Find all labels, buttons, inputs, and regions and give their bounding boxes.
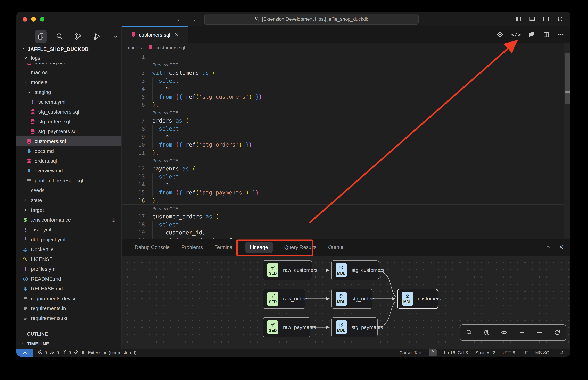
status-warning[interactable]: 0 [50, 350, 59, 356]
line-number: 3 [122, 77, 145, 85]
tree-item-schema-yml[interactable]: !schema.yml [17, 97, 122, 107]
layout-split-icon[interactable] [543, 16, 549, 23]
status-bell-icon[interactable] [559, 350, 564, 356]
status-dbt[interactable]: dbt Extension (unregistered) [74, 350, 136, 356]
status-error[interactable]: 0 [38, 350, 47, 356]
tab-customers-sql[interactable]: customers.sql ✕ [122, 26, 188, 43]
tree-item-stg-orders-sql[interactable]: stg_orders.sql [17, 117, 122, 127]
tree-item-logs[interactable]: logs [17, 53, 122, 63]
activity-chevron-down-icon[interactable] [110, 30, 122, 43]
tree-item-requirements-in[interactable]: requirements.in [17, 304, 122, 313]
lineage-toolbar-zoom-out-icon[interactable] [531, 325, 549, 340]
tree-item-orders-sql[interactable]: orders.sql [17, 156, 122, 166]
tree-item-print-full-refresh-sql-[interactable]: print_full_refresh._sql_ [17, 176, 122, 186]
tree-item-dockerfile[interactable]: Dockerfile [17, 245, 122, 254]
breadcrumb-models[interactable]: models [126, 45, 142, 51]
lineage-node-stg_customers[interactable]: MDLstg_customers [331, 260, 379, 280]
tree-item-license[interactable]: LICENSE [17, 254, 122, 264]
minimize-window-button[interactable] [31, 17, 36, 21]
tree-item-readme-md[interactable]: README.md [17, 274, 122, 284]
timeline-section-header[interactable]: TIMELINE [17, 339, 122, 349]
activity-source-control-icon[interactable] [72, 30, 84, 43]
lineage-toolbar-eye-icon[interactable] [495, 325, 513, 340]
code-line-3: 3 select [122, 77, 570, 85]
lineage-toolbar-zoom-in-icon[interactable] [513, 325, 531, 340]
lineage-graph[interactable]: SEDraw_customersMDLstg_customersSEDraw_o… [122, 256, 570, 349]
tree-item-dbt-project-yml[interactable]: !dbt_project.yml [17, 235, 122, 245]
editor-scrollbar[interactable] [564, 43, 570, 239]
tree-item-docs-md[interactable]: docs.md [17, 146, 122, 156]
lineage-node-customers[interactable]: MDLcustomers [397, 289, 438, 309]
scrollbar-thumb[interactable] [565, 53, 570, 104]
tree-item-stg-customers-sql[interactable]: stg_customers.sql [17, 107, 122, 117]
tree-item-customers-sql[interactable]: customers.sql [17, 136, 122, 146]
lineage-toolbar-aperture-icon[interactable] [478, 325, 496, 340]
panel-tab-problems[interactable]: Problems [182, 244, 203, 250]
close-window-button[interactable] [23, 17, 27, 21]
tree-item-query-log-sql[interactable]: query_log.sql [17, 63, 122, 68]
codelens-preview-cte[interactable]: Preview CTE [122, 205, 570, 213]
activity-search-icon[interactable] [54, 30, 65, 43]
tree-item-macros[interactable]: macros [17, 68, 122, 77]
tree-item-requirements-txt[interactable]: requirements.txt [17, 313, 122, 323]
gear-icon[interactable] [556, 16, 563, 23]
status-ln-16-col-3[interactable]: Ln 16, Col 3 [444, 350, 468, 355]
table-copy-icon[interactable] [528, 31, 535, 38]
tree-item-release-md[interactable]: RELEASE.md [17, 284, 122, 294]
maximize-window-button[interactable] [40, 17, 44, 21]
panel-tab-lineage[interactable]: Lineage [245, 242, 273, 253]
lineage-node-raw_payments[interactable]: SEDraw_payments [263, 317, 310, 337]
panel-tab-terminal[interactable]: Terminal [215, 244, 234, 250]
status-ms-sql[interactable]: MS SQL [535, 350, 552, 355]
lineage-node-stg_orders[interactable]: MDLstg_orders [331, 289, 372, 309]
status-utf-8[interactable]: UTF-8 [503, 350, 515, 355]
tree-item-stg-payments-sql[interactable]: stg_payments.sql [17, 127, 122, 136]
lineage-node-raw_orders[interactable]: SEDraw_orders [263, 289, 305, 309]
layout-panel-icon[interactable] [529, 16, 536, 23]
layout-sidebar-icon[interactable] [515, 16, 522, 23]
tree-item-target[interactable]: target [17, 205, 122, 215]
tree-item-seeds[interactable]: seeds [17, 186, 122, 195]
status-cursor-tab[interactable]: Cursor Tab [400, 350, 421, 355]
lineage-node-stg_payments[interactable]: MDLstg_payments [331, 317, 378, 337]
activity-debug-icon[interactable] [91, 30, 103, 43]
tree-item--user-yml[interactable]: !.user.yml [17, 225, 122, 235]
status-tower[interactable]: 0 [62, 350, 71, 356]
tree-item-staging[interactable]: staging [17, 87, 122, 97]
tree-item-state[interactable]: state [17, 195, 122, 205]
tree-item-models[interactable]: models [17, 77, 122, 87]
status-lf[interactable]: LF [523, 350, 528, 355]
tree-item-requirements-dev-txt[interactable]: requirements-dev.txt [17, 294, 122, 304]
status-spaces-2[interactable]: Spaces: 2 [475, 350, 495, 355]
panel-tab-debug-console[interactable]: Debug Console [135, 244, 170, 250]
panel-tab-query-results[interactable]: Query Results [284, 244, 316, 250]
command-center-search[interactable]: [Extension Development Host] jaffle_shop… [204, 14, 419, 25]
code-editor[interactable]: 1Preview CTE2with customers as (3 select… [122, 53, 570, 239]
codelens-preview-cte[interactable]: Preview CTE [122, 157, 570, 165]
remote-indicator[interactable]: >< [17, 349, 33, 357]
forward-arrow-icon[interactable]: → [190, 15, 196, 23]
explorer-section-header[interactable]: JAFFLE_SHOP_DUCKDB [20, 45, 89, 54]
panel-tab-output[interactable]: Output [328, 244, 343, 250]
lineage-node-raw_customers[interactable]: SEDraw_customers [263, 260, 312, 280]
codelens-preview-cte[interactable]: Preview CTE [122, 61, 570, 69]
tree-item--env-conformance[interactable]: $.env.conformance⊘ [17, 215, 122, 225]
close-tab-icon[interactable]: ✕ [175, 32, 179, 38]
lineage-toolbar-refresh-icon[interactable] [548, 325, 566, 340]
split-editor-icon[interactable] [543, 31, 550, 38]
tree-item-profiles-yml[interactable]: !profiles.yml [17, 264, 122, 274]
outline-section-header[interactable]: OUTLINE [17, 329, 122, 339]
breadcrumb-file[interactable]: customers.sql [156, 45, 185, 51]
status-zoom-in-icon[interactable] [428, 349, 437, 356]
close-panel-icon[interactable]: ✕ [559, 244, 564, 251]
lineage-toolbar-search-icon[interactable] [460, 325, 478, 340]
codelens-preview-cte[interactable]: Preview CTE [122, 109, 570, 117]
tree-item-overview-md[interactable]: overview.md [17, 166, 122, 176]
info-icon [22, 276, 29, 282]
chevron-up-icon[interactable] [545, 244, 551, 251]
ellipsis-icon[interactable] [557, 31, 564, 38]
back-arrow-icon[interactable]: ← [176, 15, 183, 23]
dbt-icon[interactable] [497, 31, 504, 38]
activity-files-icon[interactable] [35, 30, 47, 43]
code-icon[interactable]: </> [511, 32, 521, 38]
